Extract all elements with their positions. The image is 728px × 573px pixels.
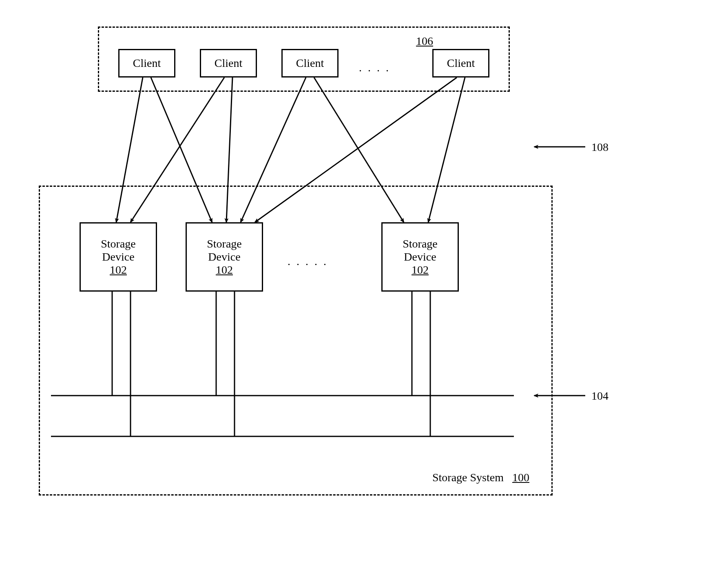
storage-device-line2: Device bbox=[208, 250, 240, 263]
client-label: Client bbox=[447, 57, 475, 70]
client-label: Client bbox=[296, 57, 324, 70]
storage-devices-ellipsis: . . . . . bbox=[288, 255, 328, 268]
bus-ref-label: 104 bbox=[591, 389, 609, 403]
storage-device-ref: 102 bbox=[110, 263, 127, 277]
client-label: Client bbox=[133, 57, 161, 70]
storage-device-box-1: Storage Device 102 bbox=[80, 222, 157, 292]
storage-device-line1: Storage bbox=[101, 237, 136, 250]
storage-device-line2: Device bbox=[102, 250, 134, 263]
clients-group-ref-label: 106 bbox=[416, 35, 433, 48]
storage-device-line1: Storage bbox=[207, 237, 242, 250]
storage-device-box-3: Storage Device 102 bbox=[381, 222, 459, 292]
storage-device-ref: 102 bbox=[412, 263, 429, 277]
client-box-2: Client bbox=[200, 49, 257, 77]
storage-device-line2: Device bbox=[404, 250, 436, 263]
diagram-canvas: 106 Client Client Client . . . . Client … bbox=[0, 0, 728, 573]
storage-device-ref: 102 bbox=[216, 263, 233, 277]
network-ref-label: 108 bbox=[591, 141, 609, 154]
client-box-1: Client bbox=[118, 49, 175, 77]
storage-device-line1: Storage bbox=[403, 237, 438, 250]
clients-ellipsis: . . . . bbox=[359, 61, 390, 74]
client-box-4: Client bbox=[432, 49, 489, 77]
storage-system-title: Storage System 100 bbox=[432, 471, 529, 484]
client-label: Client bbox=[215, 57, 242, 70]
client-box-3: Client bbox=[281, 49, 339, 77]
storage-device-box-2: Storage Device 102 bbox=[186, 222, 263, 292]
